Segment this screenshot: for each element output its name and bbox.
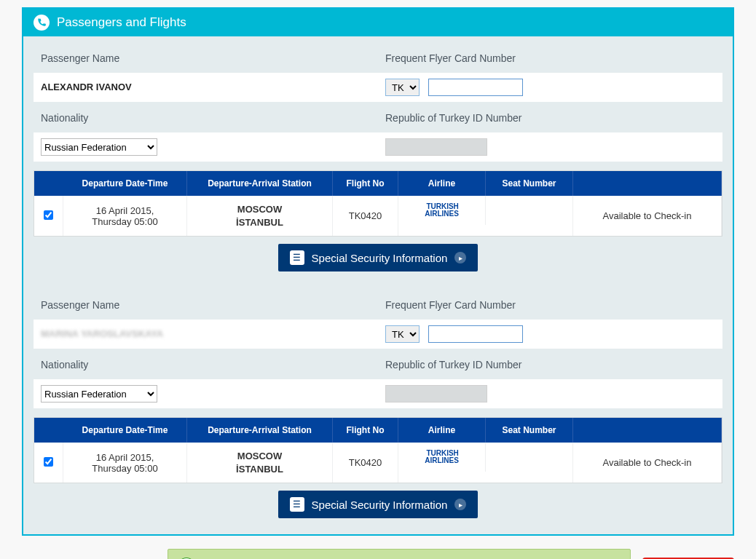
flight-to: İSTANBUL [192, 463, 328, 476]
special-security-button[interactable]: ☰ Special Security Information ▸ [278, 244, 479, 271]
flight-to: İSTANBUL [192, 216, 328, 229]
th-date-time: Departure Date-Time [63, 171, 187, 196]
flight-table: Departure Date-Time Departure-Arrival St… [34, 417, 722, 483]
airline-logo: TURKISHAIRLINES [398, 443, 486, 472]
flight-row: 16 April 2015,Thursday 05:00 MOSCOWİSTAN… [34, 196, 722, 236]
special-security-label: Special Security Information [312, 252, 448, 264]
seat-number [486, 196, 573, 236]
flight-from: MOSCOW [192, 203, 328, 216]
airline-logo: TURKISHAIRLINES [398, 196, 486, 225]
flight-table: Departure Date-Time Departure-Arrival St… [34, 170, 722, 237]
panel-header: Passengers and Flights [23, 9, 733, 36]
passenger-block: Passenger Name Frequent Flyer Card Numbe… [34, 290, 722, 521]
label-turkey-id: Republic of Turkey ID Number [378, 350, 722, 378]
special-security-button[interactable]: ☰ Special Security Information ▸ [278, 491, 479, 518]
flight-number: TK0420 [333, 196, 398, 236]
flight-date: 16 April 2015, [68, 205, 182, 216]
chevron-right-icon: ▸ [454, 252, 466, 263]
passengers-flights-panel: Passengers and Flights Passenger Name Fr… [22, 7, 734, 536]
flight-number: TK0420 [333, 443, 398, 483]
th-airline: Airline [398, 171, 486, 196]
turkey-id-input-disabled [385, 385, 487, 403]
label-frequent-flyer: Frequent Flyer Card Number [378, 44, 722, 71]
flight-daytime: Thursday 05:00 [68, 216, 182, 227]
label-passenger-name: Passenger Name [34, 44, 378, 71]
special-security-label: Special Security Information [312, 499, 448, 511]
flight-select-checkbox[interactable] [44, 210, 53, 220]
checkin-status: Available to Check-in [573, 196, 722, 236]
th-flight-no: Flight No [333, 171, 398, 196]
passenger-block: Passenger Name Frequent Flyer Card Numbe… [34, 44, 722, 274]
th-route: Departure-Arrival Station [187, 418, 333, 443]
phone-icon [34, 15, 50, 31]
ff-prefix-select[interactable]: TK [385, 79, 420, 96]
th-route: Departure-Arrival Station [187, 171, 333, 196]
flight-select-checkbox[interactable] [44, 457, 53, 467]
label-turkey-id: Republic of Turkey ID Number [378, 103, 722, 131]
th-seat: Seat Number [486, 418, 573, 443]
ff-number-input[interactable] [428, 325, 523, 343]
conditions-box: ✓ To view the conditions click here . I … [168, 549, 631, 559]
th-flight-no: Flight No [333, 418, 398, 443]
flight-row: 16 April 2015,Thursday 05:00 MOSCOWİSTAN… [34, 443, 722, 483]
turkey-id-input-disabled [385, 138, 487, 156]
document-icon: ☰ [290, 250, 304, 265]
chevron-right-icon: ▸ [454, 499, 466, 510]
flight-daytime: Thursday 05:00 [68, 463, 182, 474]
ff-prefix-select[interactable]: TK [385, 325, 420, 343]
seat-number [486, 443, 573, 483]
th-seat: Seat Number [486, 171, 573, 196]
checkin-status: Available to Check-in [573, 443, 722, 483]
th-date-time: Departure Date-Time [63, 418, 187, 443]
label-nationality: Nationality [34, 350, 378, 378]
ff-number-input[interactable] [428, 79, 523, 96]
flight-date: 16 April 2015, [68, 452, 182, 463]
label-nationality: Nationality [34, 103, 378, 131]
flight-from: MOSCOW [192, 450, 328, 463]
label-frequent-flyer: Frequent Flyer Card Number [378, 290, 722, 318]
panel-title: Passengers and Flights [57, 15, 186, 30]
label-passenger-name: Passenger Name [34, 290, 378, 318]
passenger-name-value: MARINA YAROSLAVSKAYA [41, 328, 163, 339]
nationality-select[interactable]: Russian Federation [41, 385, 157, 403]
passenger-name-value: ALEXANDR IVANOV [41, 82, 132, 92]
document-icon: ☰ [290, 497, 304, 512]
th-airline: Airline [398, 418, 486, 443]
nationality-select[interactable]: Russian Federation [41, 138, 157, 156]
